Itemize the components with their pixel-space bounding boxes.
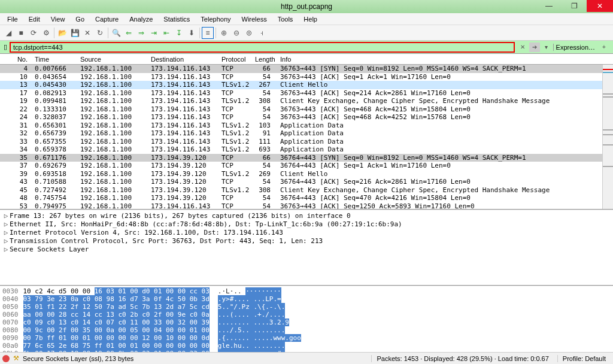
packet-list-headers[interactable]: No. Time Source Destination Protocol Len… [0,54,613,65]
open-icon[interactable]: 📂 [56,27,68,39]
col-info[interactable]: Info [277,55,613,63]
detail-ethernet[interactable]: Ethernet II, Src: HonHaiPr_6d:48:8b (cc:… [10,220,402,228]
hex-bytes[interactable]: 10 c2 4c d5 00 00 16 03 01 00 d0 01 00 0… [23,287,210,351]
packet-row[interactable]: 480.745754192.168.1.100173.194.39.120TCP… [0,194,613,202]
resize-columns-icon[interactable]: ⫞ [256,27,268,39]
zoom-out-icon[interactable]: ⊖ [230,27,242,39]
options-icon[interactable]: ⚙ [40,27,52,39]
status-packets: Packets: 1453 · Displayed: 428 (29.5%) ·… [371,355,553,362]
packet-row[interactable]: 40.007666192.168.1.100173.194.116.143TCP… [0,65,613,73]
packet-bytes-pane[interactable]: 003000400050006000700080009000a000b010 c… [0,286,613,352]
bookmark-filter-icon[interactable]: ▯ [1,43,10,51]
menu-edit[interactable]: Edit [24,14,45,24]
find-icon[interactable]: 🔍 [110,27,122,39]
expert-info-icon[interactable] [2,355,10,362]
menu-go[interactable]: Go [71,14,89,24]
packet-row[interactable]: 100.043654192.168.1.100173.194.116.143TC… [0,73,613,81]
tree-expand-icon[interactable]: ▷ [2,245,10,253]
col-no[interactable]: No. [0,55,31,63]
packet-row[interactable]: 530.794975192.168.1.100173.194.116.143TC… [0,202,613,210]
zoom-in-icon[interactable]: ⊕ [218,27,230,39]
filter-bar: ▯ ✕ ➔ ▾ Expression… + [0,41,613,54]
packet-row[interactable]: 430.710588192.168.1.100173.194.39.120TCP… [0,178,613,186]
minimize-button[interactable]: — [536,0,562,12]
packet-row[interactable]: 340.659378192.168.1.100173.194.116.143TL… [0,145,613,154]
autoscroll-icon[interactable]: ⬇ [186,27,198,39]
toolbar-separator-3 [199,28,200,38]
packet-row[interactable]: 350.671176192.168.1.100173.194.39.120TCP… [0,154,613,162]
add-filter-icon[interactable]: + [599,43,609,52]
last-icon[interactable]: ↧ [173,27,185,39]
col-source[interactable]: Source [77,55,147,63]
tree-expand-icon[interactable]: ▷ [2,237,10,245]
hex-offsets: 003000400050006000700080009000a000b0 [2,287,19,351]
packet-row[interactable]: 220.133310192.168.1.100173.194.116.143TC… [0,105,613,114]
minimap-scrollbar[interactable] [602,65,613,209]
menu-analyze[interactable]: Analyze [125,14,157,24]
menu-tools[interactable]: Tools [273,14,298,24]
menu-wireless[interactable]: Wireless [237,14,272,24]
prev-icon[interactable]: ⇐ [123,27,135,39]
display-filter-input[interactable] [10,42,515,53]
title-bar: http_out.pcapng — ❐ ✕ [0,0,613,13]
packet-row[interactable]: 170.082913192.168.1.100173.194.116.143TC… [0,89,613,98]
packet-row[interactable]: 190.099481192.168.1.100173.194.116.143TL… [0,97,613,105]
packet-row[interactable]: 130.045430192.168.1.100173.194.116.143TL… [0,81,613,89]
col-length[interactable]: Length [251,55,277,63]
menu-capture[interactable]: Capture [90,14,123,24]
detail-ssl[interactable]: Secure Sockets Layer [10,245,89,253]
col-destination[interactable]: Destination [147,55,218,63]
toolbar-separator-4 [216,28,216,38]
detail-tcp[interactable]: Transmission Control Protocol, Src Port:… [10,237,323,245]
menu-bar: File Edit View Go Capture Analyze Statis… [0,13,613,25]
menu-view[interactable]: View [46,14,70,24]
packet-row[interactable]: 320.656739192.168.1.100173.194.116.143TL… [0,129,613,138]
packet-row[interactable]: 370.692679192.168.1.100173.194.39.120TCP… [0,162,613,170]
maximize-button[interactable]: ❐ [562,0,587,12]
status-bar: ⚒ Secure Sockets Layer (ssl), 213 bytes … [0,352,613,364]
toolbar-separator-2 [108,28,108,38]
tree-expand-icon[interactable]: ▷ [2,229,10,236]
restart-capture-icon[interactable]: ⟳ [28,27,40,39]
apply-filter-icon[interactable]: ➔ [529,43,540,52]
packet-row[interactable]: 330.657355192.168.1.100173.194.116.143TL… [0,138,613,146]
start-capture-icon[interactable]: ◢ [2,27,14,39]
col-protocol[interactable]: Protocol [218,55,251,63]
colorize-icon[interactable]: ≡ [202,27,214,39]
tree-expand-icon[interactable]: ▷ [2,212,10,220]
packet-list[interactable]: 40.007666192.168.1.100173.194.116.143TCP… [0,65,613,209]
reload-icon[interactable]: ↻ [94,27,106,39]
zoom-reset-icon[interactable]: ⊜ [243,27,255,39]
window-title: http_out.pcapng [281,2,332,11]
edit-preferences-icon[interactable]: ⚒ [13,354,19,362]
status-profile[interactable]: Profile: Default [557,355,611,362]
packet-row[interactable]: 390.693518192.168.1.100173.194.39.120TLS… [0,170,613,178]
packet-row[interactable]: 240.328037192.168.1.100173.194.116.143TC… [0,113,613,122]
menu-help[interactable]: Help [299,14,322,24]
clear-filter-icon[interactable]: ✕ [517,43,528,52]
packet-row[interactable]: 310.656301192.168.1.100173.194.116.143TL… [0,122,613,130]
detail-frame[interactable]: Frame 13: 267 bytes on wire (2136 bits),… [10,212,351,220]
col-time[interactable]: Time [31,55,77,63]
close-button[interactable]: ✕ [587,0,613,12]
tree-expand-icon[interactable]: ▷ [2,220,10,228]
packet-details-pane[interactable]: ▷Frame 13: 267 bytes on wire (2136 bits)… [0,210,613,285]
save-icon[interactable]: 💾 [69,27,81,39]
stop-capture-icon[interactable]: ■ [15,27,27,39]
jump-icon[interactable]: ⇥ [148,27,160,39]
packet-row[interactable]: 450.727492192.168.1.100173.194.39.120TLS… [0,186,613,195]
menu-telephony[interactable]: Telephony [196,14,235,24]
menu-statistics[interactable]: Statistics [159,14,195,24]
first-icon[interactable]: ⇤ [160,27,172,39]
toolbar: ◢ ■ ⟳ ⚙ 📂 💾 ✕ ↻ 🔍 ⇐ ⇒ ⇥ ⇤ ↧ ⬇ ≡ ⊕ ⊖ ⊜ ⫞ [0,25,613,41]
hex-ascii[interactable]: .·L·.. ·········.y>#.... ...LP.=5.."/.Pz… [218,287,301,351]
next-icon[interactable]: ⇒ [135,27,147,39]
toolbar-separator [54,28,54,38]
expression-button[interactable]: Expression… [553,44,597,51]
close-file-icon[interactable]: ✕ [81,27,93,39]
menu-file[interactable]: File [2,14,23,24]
filter-dropdown-icon[interactable]: ▾ [541,43,552,52]
status-layer: Secure Sockets Layer (ssl), 213 bytes [23,355,133,362]
detail-ip[interactable]: Internet Protocol Version 4, Src: 192.16… [10,229,283,236]
